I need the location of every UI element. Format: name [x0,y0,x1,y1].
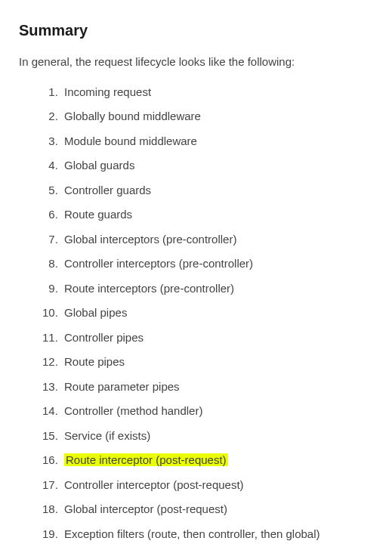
intro-text: In general, the request lifecycle looks … [19,54,373,71]
list-item: Incoming request [61,80,373,105]
list-item: Global interceptors (pre-controller) [61,227,373,252]
list-item: Module bound middleware [61,129,373,154]
list-item: Route parameter pipes [61,375,373,400]
lifecycle-list: Incoming requestGlobally bound middlewar… [19,80,373,545]
list-item: Route pipes [61,350,373,375]
list-item: Route interceptors (pre-controller) [61,277,373,301]
list-item: Controller pipes [61,326,373,351]
list-item: Controller interceptor (post-request) [61,473,373,498]
list-item: Global guards [61,153,373,178]
summary-heading: Summary [19,19,373,42]
highlighted-text: Route interceptor (post-request) [64,453,228,466]
list-item: Exception filters (route, then controlle… [61,522,373,545]
content-wrap: Summary In general, the request lifecycl… [0,0,392,544]
list-item: Globally bound middleware [61,104,373,129]
list-item: Global interceptor (post-request) [61,497,373,522]
list-item: Controller (method handler) [61,399,373,424]
list-item: Service (if exists) [61,424,373,449]
list-item: Route guards [61,202,373,227]
list-item: Controller interceptors (pre-controller) [61,252,373,277]
list-item: Global pipes [61,301,373,326]
list-item: Controller guards [61,178,373,203]
list-item: Route interceptor (post-request) [61,448,373,473]
